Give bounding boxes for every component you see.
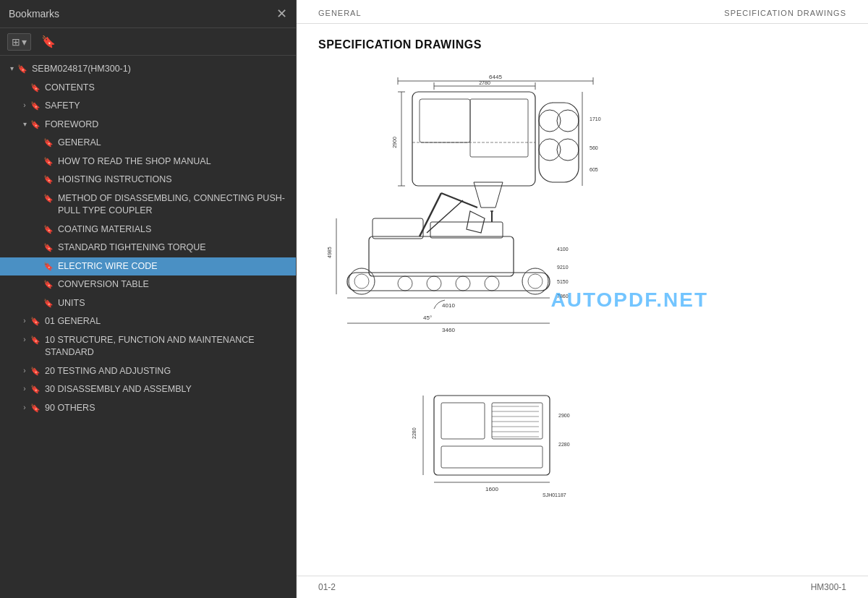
tree-item-label: 10 STRUCTURE, FUNCTION AND MAINTENANCE S…	[45, 334, 290, 359]
svg-text:1600: 1600	[485, 486, 498, 492]
tree-item-method[interactable]: 🔖 METHOD OF DISASSEMBLING, CONNECTING PU…	[0, 189, 296, 221]
svg-text:4985: 4985	[327, 247, 332, 258]
tree-item-label: UNITS	[58, 297, 290, 310]
expand-arrow-icon[interactable]: ›	[19, 383, 30, 394]
tree-item-90-others[interactable]: › 🔖 90 OTHERS	[0, 399, 296, 418]
image-icon: 🔖	[41, 35, 56, 48]
bookmark-icon: 🔖	[43, 297, 54, 309]
tree-item-label: FOREWORD	[45, 119, 290, 132]
svg-rect-56	[492, 403, 542, 439]
svg-text:5150: 5150	[557, 279, 569, 284]
svg-text:4010: 4010	[442, 302, 455, 309]
svg-point-34	[485, 276, 499, 291]
svg-rect-9	[420, 99, 470, 142]
expand-arrow-icon[interactable]: ›	[19, 100, 30, 111]
tree-item-label: STANDARD TIGHTENING TORQUE	[58, 242, 290, 255]
tree-item-root[interactable]: ▾ 🔖 SEBM024817(HM300-1)	[0, 60, 296, 79]
expand-arrow-icon	[32, 192, 43, 193]
svg-text:9210: 9210	[557, 265, 569, 270]
sidebar-header: Bookmarks ✕	[0, 0, 296, 28]
tree-item-label: CONVERSION TABLE	[58, 278, 290, 291]
bookmark-icon: 🔖	[30, 402, 41, 414]
main-content: GENERAL SPECIFICATION DRAWINGS SPECIFICA…	[297, 0, 868, 598]
expand-arrow-icon	[32, 297, 43, 298]
expand-arrow-icon	[32, 278, 43, 279]
tree-item-20-testing[interactable]: › 🔖 20 TESTING AND ADJUSTING	[0, 362, 296, 381]
manual-code: HM300-1	[811, 582, 846, 592]
tree-item-conversion[interactable]: 🔖 CONVERSION TABLE	[0, 275, 296, 294]
tree-item-how-to-read[interactable]: 🔖 HOW TO READ THE SHOP MANUAL	[0, 153, 296, 171]
expand-arrow-icon[interactable]: ›	[19, 315, 30, 326]
bookmark-icon: 🔖	[43, 137, 54, 148]
tree-item-01-general[interactable]: › 🔖 01 GENERAL	[0, 312, 296, 331]
svg-point-31	[398, 276, 412, 291]
tree-item-std-torque[interactable]: 🔖 STANDARD TIGHTENING TORQUE	[0, 239, 296, 257]
expand-arrow-icon	[32, 223, 43, 224]
image-button[interactable]: 🔖	[37, 33, 60, 51]
expand-arrow-icon[interactable]: ›	[19, 365, 30, 376]
expand-arrow-icon[interactable]: ›	[19, 334, 30, 345]
tree-item-label: 90 OTHERS	[45, 402, 290, 415]
specification-drawing: 6445 2780 2900	[318, 63, 702, 511]
svg-text:2780: 2780	[479, 80, 490, 85]
tree-item-contents[interactable]: 🔖 CONTENTS	[0, 79, 296, 98]
tree-item-units[interactable]: 🔖 UNITS	[0, 294, 296, 313]
svg-text:2280: 2280	[558, 442, 570, 447]
svg-text:SJH01187: SJH01187	[542, 492, 566, 497]
svg-text:7860: 7860	[557, 294, 569, 299]
svg-rect-8	[412, 92, 535, 186]
bookmark-icon: 🔖	[43, 174, 54, 185]
svg-point-32	[427, 276, 441, 291]
tree-item-label: SAFETY	[45, 100, 290, 113]
bookmark-icon: 🔖	[43, 278, 54, 290]
expand-arrow-icon[interactable]: ▾	[6, 63, 17, 74]
expand-arrow-icon[interactable]: ▾	[19, 119, 30, 129]
tree-item-label: 30 DISASSEMBLY AND ASSEMBLY	[45, 383, 290, 396]
tree-item-safety[interactable]: › 🔖 SAFETY	[0, 97, 296, 116]
header-right: SPECIFICATION DRAWINGS	[724, 9, 846, 17]
bookmark-icon: 🔖	[43, 192, 54, 204]
bookmark-icon: 🔖	[30, 315, 41, 327]
tree-item-10-structure[interactable]: › 🔖 10 STRUCTURE, FUNCTION AND MAINTENAN…	[0, 331, 296, 362]
svg-text:560: 560	[590, 145, 598, 150]
section-title: SPECIFICATION DRAWINGS	[318, 38, 846, 51]
grid-icon: ⊞	[12, 36, 20, 48]
svg-text:2280: 2280	[412, 427, 417, 439]
tree-item-hoisting[interactable]: 🔖 HOISTING INSTRUCTIONS	[0, 171, 296, 189]
svg-text:6445: 6445	[489, 74, 502, 80]
page-footer: 01-2 HM300-1	[297, 576, 868, 598]
sidebar: Bookmarks ✕ ⊞ ▾ 🔖 ▾ 🔖 SEBM024817(HM300-1…	[0, 0, 297, 598]
expand-arrow-icon	[32, 137, 43, 137]
tree-item-label: COATING MATERIALS	[58, 223, 290, 236]
svg-text:2900: 2900	[558, 413, 570, 418]
tree-item-coating[interactable]: 🔖 COATING MATERIALS	[0, 221, 296, 239]
bookmark-icon: 🔖	[30, 383, 41, 395]
expand-arrow-icon[interactable]: ›	[19, 402, 30, 413]
tree-item-general[interactable]: 🔖 GENERAL	[0, 134, 296, 153]
svg-point-33	[456, 276, 470, 291]
tree-item-label: 01 GENERAL	[45, 315, 290, 328]
svg-rect-37	[430, 222, 503, 238]
svg-line-42	[427, 200, 463, 233]
tree-item-label: SEBM024817(HM300-1)	[32, 63, 290, 76]
tree-item-foreword[interactable]: ▾ 🔖 FOREWORD	[0, 116, 296, 134]
tree-item-label: GENERAL	[58, 137, 290, 150]
page-content: SPECIFICATION DRAWINGS AUTOPDF.NET 6445 …	[297, 24, 868, 576]
svg-text:4100: 4100	[557, 247, 569, 252]
close-icon[interactable]: ✕	[276, 7, 287, 20]
bookmark-icon: 🔖	[30, 334, 41, 346]
bookmark-icon: 🔖	[43, 223, 54, 235]
tree-item-label: ELECTRIC WIRE CODE	[58, 260, 290, 273]
svg-rect-26	[347, 273, 550, 291]
tree-item-30-disassembly[interactable]: › 🔖 30 DISASSEMBLY AND ASSEMBLY	[0, 380, 296, 399]
svg-point-30	[528, 274, 542, 289]
tree-item-electric-wire[interactable]: 🔖 ELECTRIC WIRE CODE	[0, 257, 296, 276]
expand-arrow-icon	[32, 155, 43, 156]
bookmark-icon: 🔖	[43, 260, 54, 272]
bookmark-icon: 🔖	[43, 242, 54, 253]
expand-arrow-icon	[19, 82, 30, 82]
expand-button[interactable]: ⊞ ▾	[7, 33, 31, 51]
svg-text:605: 605	[590, 167, 598, 172]
tree-item-label: METHOD OF DISASSEMBLING, CONNECTING PUSH…	[58, 192, 290, 218]
svg-rect-64	[441, 446, 542, 468]
